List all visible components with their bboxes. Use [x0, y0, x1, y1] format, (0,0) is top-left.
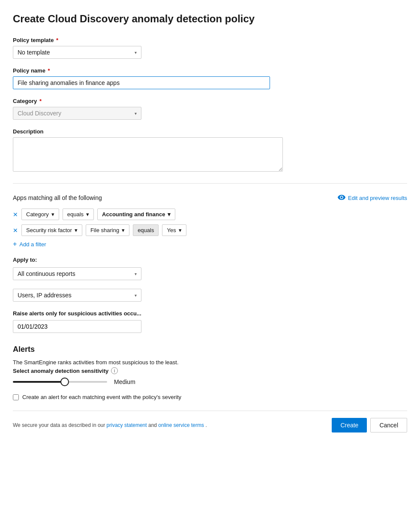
policy-name-input[interactable] — [13, 76, 270, 89]
chevron-down-icon: ▾ — [75, 227, 78, 233]
footer-bar: We secure your data as described in our … — [13, 411, 407, 432]
raise-alerts-date-input[interactable] — [13, 320, 141, 333]
filter-field-label-2: Security risk factor — [26, 227, 72, 233]
description-label: Description — [13, 128, 407, 135]
apply-to-scope-field: Users, IP addresses ▾ — [13, 289, 407, 302]
filter-remove-2[interactable]: ✕ — [13, 227, 18, 234]
add-filter-label: Add a filter — [19, 241, 46, 248]
cancel-button[interactable]: Cancel — [370, 418, 407, 432]
alerts-title: Alerts — [13, 345, 407, 354]
filter-value-2[interactable]: Yes ▾ — [162, 224, 186, 236]
filter-value-label-1: Accounting and finance — [102, 211, 165, 218]
chevron-down-icon: ▾ — [135, 50, 137, 55]
filter-operator-1[interactable]: equals ▾ — [63, 209, 94, 220]
apply-to-report-field: All continuous reports ▾ — [13, 267, 407, 280]
create-alert-checkbox-row: Create an alert for each matching event … — [13, 394, 407, 400]
edit-preview-link[interactable]: Edit and preview results — [338, 194, 407, 202]
alerts-section: Alerts The SmartEngine ranks activities … — [13, 345, 407, 400]
filter-subfield-2[interactable]: File sharing ▾ — [86, 224, 129, 236]
filter-subfield-label-2: File sharing — [90, 227, 119, 233]
policy-template-label: Policy template * — [13, 37, 407, 43]
category-dropdown: Cloud Discovery ▾ — [13, 107, 141, 120]
filter-value-1[interactable]: Accounting and finance ▾ — [97, 209, 175, 220]
filters-section-title: Apps matching all of the following — [13, 194, 102, 201]
filter-row-2: ✕ Security risk factor ▾ File sharing ▾ … — [13, 224, 407, 236]
raise-alerts-date-field — [13, 320, 407, 333]
filter-value-label-2: Yes — [167, 227, 176, 233]
chevron-down-icon: ▾ — [135, 272, 137, 276]
category-value: Cloud Discovery — [18, 110, 61, 117]
policy-name-label: Policy name * — [13, 67, 407, 74]
action-buttons: Create Cancel — [332, 418, 407, 432]
chevron-down-icon: ▾ — [86, 211, 89, 218]
sensitivity-slider-track[interactable] — [13, 381, 107, 383]
filter-field-2[interactable]: Security risk factor ▾ — [21, 224, 82, 236]
terms-link[interactable]: online service terms — [158, 422, 204, 428]
apply-to-scope-value: Users, IP addresses — [18, 292, 72, 299]
filter-operator-label-1: equals — [67, 211, 84, 218]
filters-section-header: Apps matching all of the following Edit … — [13, 194, 407, 202]
apply-to-report-value: All continuous reports — [18, 270, 75, 277]
policy-name-field: Policy name * — [13, 67, 407, 89]
chevron-down-icon: ▾ — [122, 227, 125, 233]
add-filter-button[interactable]: + Add a filter — [13, 240, 407, 248]
policy-template-value: No template — [18, 49, 50, 56]
filter-remove-1[interactable]: ✕ — [13, 211, 18, 218]
filter-operator-label-2: equals — [138, 227, 154, 233]
page-title: Create Cloud Discovery anomaly detection… — [13, 13, 407, 25]
category-field: Category * Cloud Discovery ▾ — [13, 98, 407, 120]
edit-preview-label: Edit and preview results — [348, 195, 407, 201]
section-divider — [13, 183, 407, 184]
apply-to-scope-dropdown[interactable]: Users, IP addresses ▾ — [13, 289, 141, 302]
privacy-text: We secure your data as described in our … — [13, 422, 207, 428]
apply-to-report-dropdown[interactable]: All continuous reports ▾ — [13, 267, 141, 280]
chevron-down-icon: ▾ — [168, 211, 171, 218]
policy-template-dropdown[interactable]: No template ▾ — [13, 46, 141, 59]
description-field: Description — [13, 128, 407, 173]
create-alert-checkbox[interactable] — [13, 394, 19, 400]
create-button[interactable]: Create — [332, 418, 367, 432]
description-input[interactable] — [13, 137, 283, 172]
chevron-down-icon: ▾ — [51, 211, 54, 218]
policy-template-field: Policy template * No template ▾ — [13, 37, 407, 59]
sensitivity-label: Select anomaly detection sensitivity i — [13, 367, 407, 374]
plus-icon: + — [13, 240, 17, 248]
filter-field-label-1: Category — [26, 211, 49, 218]
chevron-down-icon: ▾ — [135, 111, 137, 116]
chevron-down-icon: ▾ — [179, 227, 182, 233]
filter-row-1: ✕ Category ▾ equals ▾ Accounting and fin… — [13, 209, 407, 220]
create-alert-label: Create an alert for each matching event … — [22, 394, 181, 400]
privacy-link[interactable]: privacy statement — [107, 422, 147, 428]
filter-field-1[interactable]: Category ▾ — [21, 209, 59, 220]
info-icon[interactable]: i — [111, 367, 118, 374]
chevron-down-icon: ▾ — [135, 293, 137, 298]
apply-to-label: Apply to: — [13, 257, 407, 263]
category-label: Category * — [13, 98, 407, 104]
sensitivity-slider-container: Medium — [13, 378, 407, 385]
filter-operator-2: equals — [133, 224, 159, 236]
sensitivity-value: Medium — [114, 378, 135, 385]
raise-alerts-label: Raise alerts only for suspicious activit… — [13, 310, 407, 317]
sensitivity-slider-thumb[interactable] — [60, 378, 69, 386]
alerts-description-1: The SmartEngine ranks activities from mo… — [13, 359, 407, 366]
eye-icon — [338, 194, 345, 202]
